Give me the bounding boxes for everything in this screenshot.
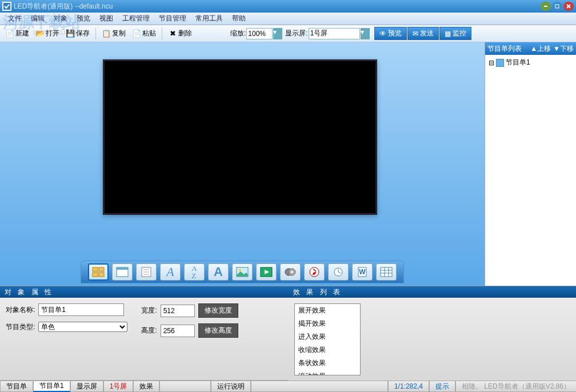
status-run-label: 运行说明 bbox=[211, 381, 251, 392]
open-icon: 📂 bbox=[35, 29, 45, 38]
svg-point-13 bbox=[239, 269, 241, 271]
program-list-panel: 节目单列表 ▲上移 ▼下移 ⊟ 节目单1 bbox=[485, 42, 576, 286]
save-button[interactable]: 💾保存 bbox=[63, 27, 93, 40]
window-title: LED导航者(通用版) --default.ncu bbox=[14, 2, 541, 11]
height-label: 高度: bbox=[141, 326, 157, 335]
dock-page-icon[interactable] bbox=[136, 263, 157, 281]
paste-button[interactable]: 📄粘贴 bbox=[129, 27, 159, 40]
menu-project[interactable]: 工程管理 bbox=[118, 13, 154, 25]
effects-listbox[interactable]: 展开效果 揭开效果 进入效果 收缩效果 条状效果 滚动效果 bbox=[294, 303, 361, 375]
menu-object[interactable]: 对象 bbox=[49, 13, 72, 25]
titlebar: LED导航者(通用版) --default.ncu bbox=[0, 0, 576, 13]
modify-height-button[interactable]: 修改高度 bbox=[198, 323, 238, 338]
dock-clock-icon[interactable] bbox=[328, 263, 349, 281]
status-effect-value bbox=[159, 381, 211, 392]
effect-item[interactable]: 揭开效果 bbox=[295, 317, 360, 330]
dock-panel-icon[interactable] bbox=[88, 263, 109, 281]
menu-preview[interactable]: 预览 bbox=[72, 13, 95, 25]
menu-tools[interactable]: 常用工具 bbox=[191, 13, 227, 25]
modify-width-button[interactable]: 修改宽度 bbox=[198, 303, 238, 318]
display-select[interactable] bbox=[309, 28, 360, 39]
move-up-button[interactable]: ▲上移 bbox=[530, 44, 551, 54]
dock-text-a-icon[interactable]: A bbox=[208, 263, 229, 281]
tree-item[interactable]: ⊟ 节目单1 bbox=[487, 57, 574, 68]
dock-window-icon[interactable] bbox=[112, 263, 133, 281]
svg-text:W: W bbox=[359, 268, 366, 276]
canvas-area[interactable]: A AZ A W bbox=[0, 42, 485, 286]
zoom-label: 缩放: bbox=[230, 29, 246, 38]
svg-rect-7 bbox=[117, 267, 128, 270]
send-button[interactable]: ✉发送 bbox=[407, 27, 439, 40]
zoom-input[interactable] bbox=[246, 28, 273, 39]
dock-flash-icon[interactable] bbox=[304, 263, 325, 281]
status-tab-program1[interactable]: 节目单1 bbox=[33, 381, 70, 392]
menu-help[interactable]: 帮助 bbox=[227, 13, 250, 25]
copy-icon: 📋 bbox=[102, 29, 111, 38]
delete-icon: ✖ bbox=[168, 29, 177, 38]
status-tab-effect[interactable]: 效果 bbox=[133, 381, 159, 392]
expand-icon[interactable]: ⊟ bbox=[489, 59, 494, 67]
svg-rect-3 bbox=[99, 267, 104, 271]
dock-az-icon[interactable]: AZ bbox=[184, 263, 205, 281]
status-tip: 提示 bbox=[429, 381, 455, 392]
dock-table-icon[interactable] bbox=[376, 263, 397, 281]
status-trail: 相随。 LED导航者（通用版V2.86） bbox=[455, 381, 576, 392]
send-icon: ✉ bbox=[413, 30, 418, 38]
status-tab-display[interactable]: 显示屏 bbox=[70, 381, 103, 392]
program-type-select[interactable]: 单色 bbox=[38, 322, 127, 332]
effect-item[interactable]: 条状效果 bbox=[295, 357, 360, 370]
type-label: 节目类型: bbox=[6, 322, 35, 332]
status-tab-program[interactable]: 节目单 bbox=[0, 381, 33, 392]
display-label: 显示屏: bbox=[285, 29, 307, 38]
svg-rect-0 bbox=[3, 3, 10, 10]
menu-file[interactable]: 文件 bbox=[3, 13, 26, 25]
statusbar: 节目单 节目单1 显示屏 1号屏 效果 运行说明 1/1:282,4 提示 相随… bbox=[0, 380, 576, 392]
workspace: A AZ A W 节目单列表 ▲上移 ▼下移 ⊟ 节目单1 bbox=[0, 42, 576, 286]
dropdown-icon[interactable]: ▾ bbox=[273, 28, 282, 39]
new-button[interactable]: 📄新建 bbox=[2, 27, 32, 40]
preview-icon: 👁 bbox=[379, 30, 386, 38]
object-dock: A AZ A W bbox=[81, 261, 404, 283]
menu-view[interactable]: 视图 bbox=[95, 13, 118, 25]
dock-video-icon[interactable] bbox=[256, 263, 277, 281]
save-icon: 💾 bbox=[66, 29, 75, 38]
name-label: 对象名称: bbox=[6, 305, 35, 315]
program-tree[interactable]: ⊟ 节目单1 bbox=[485, 55, 576, 70]
dock-media-icon[interactable] bbox=[280, 263, 301, 281]
effect-item[interactable]: 滚动效果 bbox=[295, 370, 360, 375]
object-properties-panel: 对 象 属 性 对象名称: 节目类型: 单色 宽度: 修改宽度 bbox=[0, 286, 289, 380]
led-preview-screen[interactable] bbox=[103, 59, 377, 215]
status-position: 1/1:282,4 bbox=[388, 381, 429, 392]
dock-doc-icon[interactable]: W bbox=[352, 263, 373, 281]
open-button[interactable]: 📂打开 bbox=[33, 27, 62, 40]
height-input[interactable] bbox=[161, 325, 195, 337]
dock-image-icon[interactable] bbox=[232, 263, 253, 281]
new-icon: 📄 bbox=[5, 29, 14, 38]
maximize-button[interactable] bbox=[552, 2, 562, 11]
status-tab-screen1[interactable]: 1号屏 bbox=[103, 381, 134, 392]
properties-area: 对 象 属 性 对象名称: 节目类型: 单色 宽度: 修改宽度 bbox=[0, 286, 576, 380]
effect-item[interactable]: 收缩效果 bbox=[295, 343, 360, 357]
minimize-button[interactable] bbox=[541, 2, 551, 11]
svg-rect-1 bbox=[555, 5, 559, 8]
close-button[interactable] bbox=[563, 2, 574, 11]
menubar: 文件 编辑 对象 预览 视图 工程管理 节目管理 常用工具 帮助 bbox=[0, 13, 576, 25]
preview-button[interactable]: 👁预览 bbox=[374, 27, 407, 40]
object-name-input[interactable] bbox=[38, 303, 124, 316]
copy-button[interactable]: 📋复制 bbox=[99, 27, 129, 40]
effect-item[interactable]: 展开效果 bbox=[295, 304, 360, 317]
monitor-button[interactable]: ▦监控 bbox=[439, 27, 471, 40]
app-icon bbox=[2, 2, 11, 11]
dock-font-a-icon[interactable]: A bbox=[160, 263, 181, 281]
dropdown-icon[interactable]: ▾ bbox=[361, 28, 370, 39]
monitor-icon: ▦ bbox=[445, 30, 451, 38]
menu-program[interactable]: 节目管理 bbox=[154, 13, 191, 25]
svg-point-17 bbox=[291, 271, 293, 273]
menu-edit[interactable]: 编辑 bbox=[26, 13, 49, 25]
effect-item[interactable]: 进入效果 bbox=[295, 330, 360, 343]
delete-button[interactable]: ✖删除 bbox=[165, 27, 195, 40]
paste-icon: 📄 bbox=[132, 29, 141, 38]
move-down-button[interactable]: ▼下移 bbox=[553, 44, 574, 54]
svg-rect-2 bbox=[93, 267, 98, 271]
width-input[interactable] bbox=[161, 305, 195, 317]
